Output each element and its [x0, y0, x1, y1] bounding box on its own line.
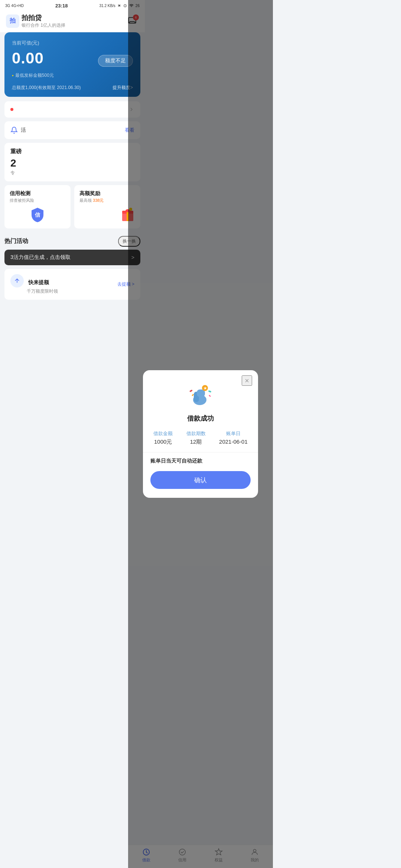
app-subtitle: 银行合作 1亿人的选择	[22, 22, 65, 29]
quota-btn[interactable]: 额度不足	[98, 55, 133, 67]
hot-item-label2: 千万额度限时领	[27, 288, 58, 295]
notif-left: 活	[10, 126, 26, 134]
promo-title: 重磅	[10, 148, 134, 155]
network1: 3G	[5, 4, 10, 8]
arrow-up-icon	[14, 277, 20, 284]
hot-item-icon	[10, 274, 24, 287]
hot-section-header: 热门活动 换一换	[4, 232, 140, 250]
info-left	[10, 108, 16, 111]
hero-label: 当前可借(元)	[12, 40, 133, 46]
hot-item-left: 快来提额 千万额度限时领	[10, 274, 58, 295]
notification-row[interactable]: 活 看看	[4, 121, 140, 139]
hot-item-label1: 快来提额	[28, 279, 49, 285]
hero-row: 0.00 额度不足	[12, 49, 133, 72]
credit-check-title: 信用检测	[10, 190, 65, 197]
svg-text:信: 信	[35, 212, 40, 218]
promo-amount: 2	[10, 157, 134, 169]
hot-section-title: 热门活动	[4, 237, 28, 245]
reward-highlight: 338元	[93, 198, 104, 203]
alarm-icon	[123, 3, 127, 8]
promo-sub: 专	[10, 170, 134, 176]
promo-card[interactable]: 重磅 2 专	[4, 143, 140, 181]
toast-text: 3活力值已生成，点击领取	[10, 254, 71, 261]
reward-title: 高额奖励	[79, 190, 135, 197]
shield-icon: 信	[30, 207, 45, 223]
hero-amount: 0.00	[12, 49, 44, 67]
bell-icon	[10, 126, 18, 134]
reward-sub-text: 最高领	[79, 198, 92, 203]
modal-overlay[interactable]: × ★	[128, 0, 145, 313]
total-quota: 总额度1,000(有效期至 2021.06.30)	[12, 85, 81, 91]
network2: 4G+HD	[11, 4, 24, 8]
hero-card: 当前可借(元) 0.00 额度不足 最低发标金额500元 总额度1,000(有效…	[4, 32, 140, 97]
hot-item[interactable]: 快来提额 千万额度限时领 去提额 >	[4, 269, 140, 300]
status-left: 3G 4G+HD	[5, 4, 24, 8]
red-dot	[10, 108, 13, 111]
speed-indicator: 31.2 KB/s	[100, 4, 115, 8]
credit-check-sub: 排查被拒风险	[10, 198, 65, 203]
app-name: 拍拍贷	[22, 13, 65, 22]
brand-logo: 拍	[6, 14, 19, 28]
logo-text: 拍	[10, 17, 16, 25]
credit-check-card[interactable]: 信用检测 排查被拒风险 信	[4, 185, 71, 228]
top-nav: 拍 拍拍贷 银行合作 1亿人的选择 6	[0, 10, 145, 32]
status-time: 23:18	[55, 3, 68, 9]
hero-min: 最低发标金额500元	[12, 72, 133, 79]
reward-sub: 最高领 338元	[79, 198, 135, 203]
toast-bar[interactable]: 3活力值已生成，点击领取 >	[4, 250, 140, 265]
hero-footer: 总额度1,000(有效期至 2021.06.30) 提升额度>	[12, 85, 133, 91]
bluetooth-icon	[117, 3, 121, 8]
notif-text: 活	[21, 127, 26, 134]
info-row-1[interactable]	[4, 101, 140, 118]
brand: 拍 拍拍贷 银行合作 1亿人的选择	[6, 13, 65, 29]
status-bar: 3G 4G+HD 23:18 31.2 KB/s 26	[0, 0, 145, 10]
